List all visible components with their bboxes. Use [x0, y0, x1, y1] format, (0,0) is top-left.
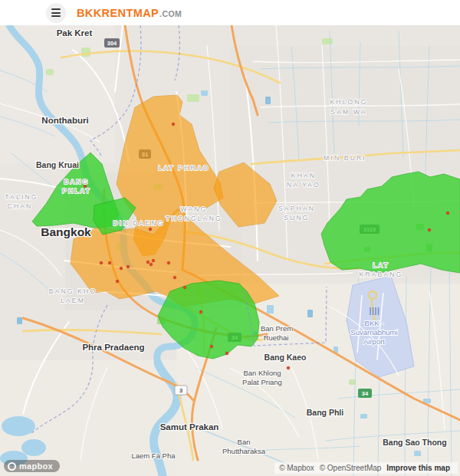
listing-marker[interactable]	[150, 263, 153, 266]
listing-marker[interactable]	[183, 286, 186, 289]
brand-suffix: .COM	[159, 9, 182, 18]
label-district-wang-thonglang: WANG	[181, 205, 208, 213]
attribution-mapbox-link[interactable]: © Mapbox	[279, 464, 314, 472]
road-shield-3: 3	[175, 386, 187, 395]
label-district-min-buri: MIN BURI	[324, 154, 366, 162]
listing-marker[interactable]	[199, 310, 202, 314]
label-district-wang-thonglang-2: THONGLANG	[166, 215, 222, 222]
label-bang-kruai: Bang Kruai	[36, 160, 79, 169]
label-district-lat-phrao: LAT PHRAO	[158, 164, 209, 172]
label-district-din-daeng: DIN DAENG	[113, 219, 164, 227]
svg-text:3: 3	[179, 387, 182, 394]
menu-button[interactable]	[46, 3, 66, 23]
label-district-bang-kho-laem: BANG KHO	[49, 287, 97, 295]
listing-marker[interactable]	[446, 212, 449, 215]
listing-marker[interactable]	[100, 261, 103, 264]
label-district-taling-chan: TALING	[5, 193, 38, 201]
label-samut-prakan: Samut Prakan	[160, 422, 219, 432]
mapbox-logo-text: mapbox	[19, 461, 53, 471]
listing-marker[interactable]	[210, 345, 213, 348]
listing-marker[interactable]	[225, 352, 228, 355]
label-district-khan-na-yao: KHAN	[291, 172, 316, 179]
label-district-khlong-sam-wa-2: SAM WA	[330, 108, 366, 116]
brand-name: BKKRENTMAP	[77, 7, 159, 19]
map-canvas[interactable]: 304 31 3119 34	[0, 25, 460, 476]
label-phra-pradaeng: Phra Pradaeng	[82, 343, 144, 352]
label-district-khlong-sam-wa: KHLONG	[330, 98, 367, 106]
label-ban-phuttharaksa: Ban	[238, 438, 251, 446]
listing-marker[interactable]	[167, 261, 170, 264]
listing-marker[interactable]	[172, 123, 175, 126]
listing-marker[interactable]	[120, 267, 123, 270]
attribution-osm-link[interactable]: © OpenStreetMap	[320, 464, 382, 472]
label-airport-2: Suvarnabhumi	[350, 328, 397, 336]
label-bang-phli: Bang Phli	[307, 408, 344, 417]
svg-text:304: 304	[107, 40, 117, 47]
label-bangkok: Bangkok	[41, 225, 91, 238]
label-nonthaburi: Nonthaburi	[41, 116, 88, 125]
svg-text:34: 34	[362, 390, 369, 397]
label-ban-phuttharaksa-2: Phuttharaksa	[222, 447, 266, 455]
label-ban-khlong-palat-priang: Ban Khlong	[243, 369, 281, 377]
mapbox-logo[interactable]: mapbox	[4, 460, 60, 472]
label-bang-kaeo: Bang Kaeo	[264, 353, 307, 362]
label-ban-khlong-palat-priang-2: Palat Priang	[242, 378, 282, 386]
listing-marker[interactable]	[173, 276, 176, 279]
listing-marker[interactable]	[149, 228, 152, 231]
label-district-bang-phlat-2: PHLAT	[62, 187, 91, 195]
map-svg[interactable]: 304 31 3119 34	[0, 25, 460, 476]
hamburger-icon	[51, 8, 61, 17]
listing-marker[interactable]	[146, 261, 150, 264]
label-district-bang-kho-laem-2: LAEM	[61, 297, 85, 304]
label-district-lat-krabang: LAT	[373, 261, 389, 269]
bkkrentmap-app: BKKRENTMAP .COM	[0, 0, 460, 476]
road-shield-304: 304	[104, 38, 120, 48]
label-district-bang-phlat: BANG	[64, 178, 90, 185]
label-district-saphan-sung-2: SUNG	[284, 214, 309, 222]
label-ban-prem-ruethai: Ban Prem	[261, 324, 293, 333]
app-header: BKKRENTMAP .COM	[0, 0, 460, 25]
label-airport-3: Airport	[363, 337, 385, 346]
map-attribution: © Mapbox © OpenStreetMap Improve this ma…	[274, 462, 458, 474]
label-district-taling-chan-2: CHAN	[8, 202, 33, 210]
improve-this-map-link[interactable]: Improve this map	[386, 464, 450, 472]
label-pak-kret: Pak Kret	[57, 28, 93, 38]
label-airport: BKK -	[365, 319, 384, 327]
label-bang-sao-thong: Bang Sao Thong	[383, 438, 446, 447]
listing-marker[interactable]	[116, 280, 119, 283]
brand-logo[interactable]: BKKRENTMAP .COM	[77, 7, 182, 19]
listing-marker[interactable]	[127, 265, 130, 268]
label-district-khan-na-yao-2: NA YAO	[287, 181, 320, 189]
listing-marker[interactable]	[428, 228, 431, 231]
listing-marker[interactable]	[287, 366, 290, 369]
label-ban-prem-ruethai-2: Ruethai	[264, 333, 289, 342]
label-district-lat-krabang-2: KRABANG	[360, 271, 403, 278]
mapbox-logo-icon	[8, 462, 16, 471]
label-district-saphan-sung: SAPHAN	[278, 205, 315, 212]
listing-marker[interactable]	[152, 259, 155, 262]
road-shield-34-east: 34	[358, 389, 372, 398]
label-laem-fa-pha: Laem Fa Pha	[131, 451, 176, 460]
listing-marker[interactable]	[108, 261, 111, 264]
